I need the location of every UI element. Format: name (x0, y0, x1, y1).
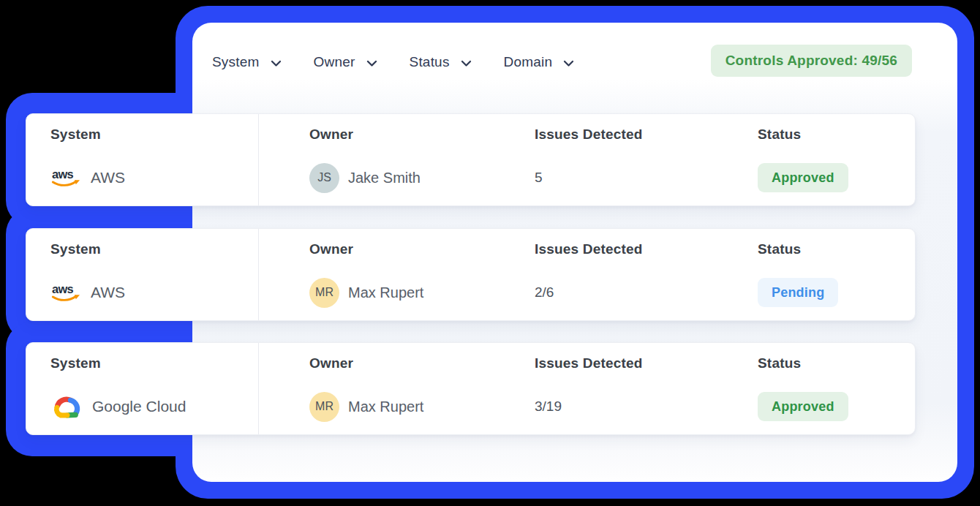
column-header-status: Status (758, 126, 801, 143)
filter-label: Owner (314, 54, 355, 70)
chevron-down-icon (563, 60, 574, 67)
filter-dropdown-owner[interactable]: Owner (314, 54, 377, 70)
google-cloud-logo-icon (50, 393, 83, 420)
avatar: MR (309, 392, 339, 422)
column-divider (258, 343, 259, 434)
table-row[interactable]: System aws AWS Owner JS Jake Smith Iss (26, 113, 916, 206)
filter-dropdown-status[interactable]: Status (410, 54, 472, 70)
system-name: AWS (91, 169, 125, 186)
column-divider (258, 229, 259, 320)
column-header-owner: Owner (309, 241, 353, 257)
compliance-dashboard: System Owner Status (0, 0, 980, 506)
avatar: MR (309, 278, 339, 308)
owner-name: Max Rupert (348, 399, 423, 415)
chevron-down-icon (271, 60, 282, 67)
filter-dropdown-system[interactable]: System (212, 54, 282, 70)
status-badge: Approved (758, 392, 848, 421)
svg-text:aws: aws (52, 282, 74, 295)
status-badge: Pending (758, 278, 838, 307)
owner-name: Max Rupert (348, 284, 423, 301)
table-row[interactable]: System Google Cloud Owner (26, 342, 916, 435)
column-divider (258, 114, 259, 205)
filter-dropdown-domain[interactable]: Domain (504, 54, 575, 70)
column-header-owner: Owner (309, 355, 353, 371)
column-header-system: System (50, 126, 101, 143)
issues-value: 2/6 (535, 284, 554, 301)
avatar: JS (309, 163, 339, 193)
aws-logo-icon: aws (50, 167, 81, 189)
column-header-issues: Issues Detected (535, 355, 643, 371)
filter-label: System (212, 54, 260, 70)
status-badge: Approved (758, 163, 848, 192)
column-header-status: Status (758, 241, 801, 257)
aws-logo-icon: aws (50, 282, 81, 303)
controls-approved-badge: Controls Approved: 49/56 (711, 45, 912, 77)
column-header-status: Status (758, 355, 801, 371)
filter-label: Status (410, 54, 450, 70)
column-header-owner: Owner (309, 126, 353, 143)
owner-name: Jake Smith (348, 170, 421, 186)
table-row[interactable]: System aws AWS Owner MR Max Rupert Iss (26, 228, 916, 321)
svg-text:aws: aws (52, 167, 74, 181)
issues-value: 3/19 (535, 399, 562, 415)
column-header-issues: Issues Detected (535, 241, 643, 257)
system-name: AWS (91, 284, 125, 301)
chevron-down-icon (366, 60, 377, 67)
system-name: Google Cloud (92, 398, 186, 415)
filter-label: Domain (504, 54, 553, 70)
column-header-system: System (50, 355, 101, 371)
issues-value: 5 (535, 170, 543, 186)
column-header-issues: Issues Detected (535, 126, 643, 143)
column-header-system: System (50, 241, 101, 257)
chevron-down-icon (461, 60, 472, 67)
